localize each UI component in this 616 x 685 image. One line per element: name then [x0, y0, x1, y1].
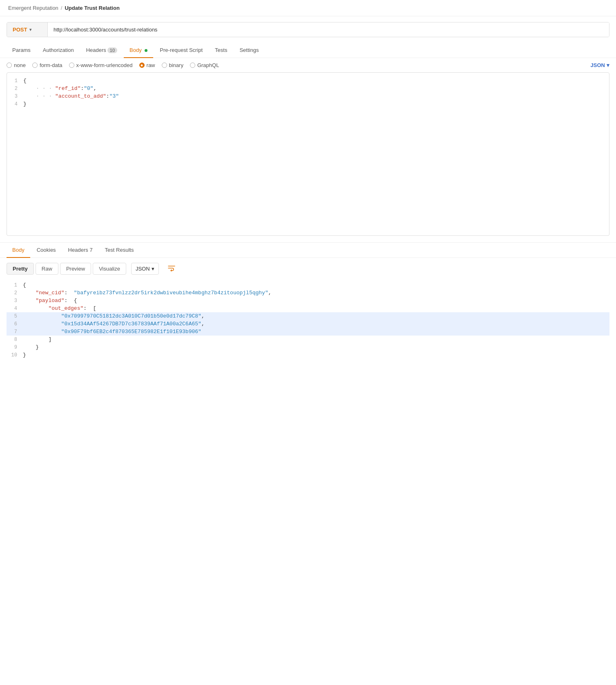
response-tabs: Body Cookies Headers 7 Test Results — [0, 243, 616, 258]
radio-none[interactable]: none — [7, 62, 26, 68]
table-row: 1{ — [7, 77, 609, 85]
response-tab-headers[interactable]: Headers 7 — [62, 243, 98, 258]
breadcrumb: Emergent Reputation / Update Trust Relat… — [0, 0, 616, 16]
view-btn-raw[interactable]: Raw — [36, 263, 58, 275]
view-btn-visualize[interactable]: Visualize — [93, 263, 126, 275]
radio-binary[interactable]: binary — [162, 62, 183, 68]
radio-circle-binary — [162, 63, 167, 68]
tab-headers[interactable]: Headers10 — [80, 43, 123, 58]
url-bar: POST ▾ — [7, 22, 609, 37]
table-row: 4 "out_edges": [ — [7, 304, 609, 312]
chevron-down-icon: ▾ — [152, 266, 154, 272]
breadcrumb-current: Update Trust Relation — [65, 5, 119, 11]
method-select[interactable]: POST ▾ — [7, 22, 48, 37]
body-type-row: none form-data x-www-form-urlencoded raw… — [0, 58, 616, 72]
view-btn-pretty[interactable]: Pretty — [7, 263, 34, 275]
breadcrumb-separator: / — [61, 5, 62, 11]
table-row: 6 "0x15d34AAf54267DB7D7c367839AAf71A00a2… — [7, 320, 609, 328]
table-row: 5 "0x70997970C51812dc3A010C7d01b50e0d17d… — [7, 312, 609, 320]
method-label: POST — [13, 27, 27, 33]
table-row: 9 } — [7, 343, 609, 351]
request-code-editor[interactable]: 1{2 · · · "ref_id":"0",3 · · · "account_… — [7, 72, 609, 236]
radio-circle-none — [7, 63, 12, 68]
wrap-button[interactable] — [163, 262, 180, 275]
request-tabs: Params Authorization Headers10 Body Pre-… — [0, 43, 616, 58]
radio-circle-form-data — [32, 63, 38, 68]
table-row: 4} — [7, 100, 609, 108]
table-row: 10} — [7, 351, 609, 359]
radio-circle-raw — [139, 63, 145, 68]
radio-raw[interactable]: raw — [139, 62, 155, 68]
tab-authorization[interactable]: Authorization — [37, 43, 80, 58]
radio-graphql[interactable]: GraphQL — [190, 62, 219, 68]
table-row: 2 "new_cid": "bafyreibz73fvnlzz2dr5irk2d… — [7, 289, 609, 297]
table-row: 3 "payload": { — [7, 297, 609, 304]
tab-tests[interactable]: Tests — [209, 43, 233, 58]
response-section: Body Cookies Headers 7 Test Results Pret… — [0, 242, 616, 360]
tab-settings[interactable]: Settings — [234, 43, 264, 58]
response-headers-badge: 7 — [89, 247, 92, 253]
chevron-down-icon: ▾ — [29, 27, 31, 32]
response-tab-test-results[interactable]: Test Results — [99, 243, 140, 258]
headers-badge: 10 — [107, 47, 117, 53]
response-tab-cookies[interactable]: Cookies — [31, 243, 62, 258]
table-row: 7 "0x90F79bf6EB2c4f870365E785982E1f101E9… — [7, 328, 609, 336]
json-format-select[interactable]: JSON ▾ — [591, 62, 609, 68]
body-dot-icon — [145, 49, 147, 52]
radio-circle-graphql — [190, 63, 195, 68]
view-row: Pretty Raw Preview Visualize JSON ▾ — [0, 258, 616, 280]
response-tab-body[interactable]: Body — [7, 243, 30, 258]
view-btn-preview[interactable]: Preview — [60, 263, 91, 275]
radio-x-www-form-urlencoded[interactable]: x-www-form-urlencoded — [69, 62, 133, 68]
table-row: 3 · · · "account_to_add":"3" — [7, 92, 609, 100]
response-code-area: 1{2 "new_cid": "bafyreibz73fvnlzz2dr5irk… — [7, 280, 609, 360]
radio-form-data[interactable]: form-data — [32, 62, 62, 68]
tab-body[interactable]: Body — [124, 43, 153, 58]
url-input[interactable] — [48, 22, 609, 37]
tab-params[interactable]: Params — [7, 43, 36, 58]
radio-circle-x-www — [69, 63, 74, 68]
response-format-select[interactable]: JSON ▾ — [131, 263, 159, 275]
tab-pre-request-script[interactable]: Pre-request Script — [154, 43, 208, 58]
breadcrumb-parent[interactable]: Emergent Reputation — [8, 5, 58, 11]
table-row: 8 ] — [7, 336, 609, 343]
chevron-down-icon: ▾ — [607, 62, 609, 68]
table-row: 2 · · · "ref_id":"0", — [7, 85, 609, 92]
table-row: 1{ — [7, 281, 609, 289]
